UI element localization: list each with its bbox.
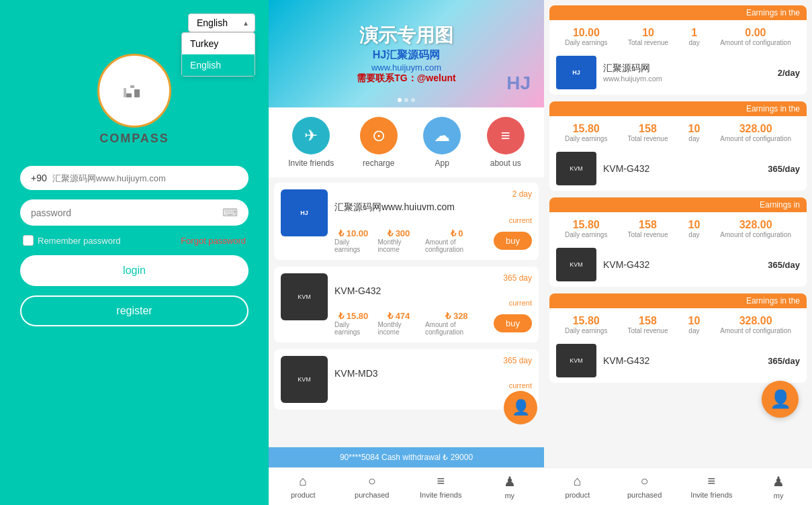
- buy-button-1[interactable]: buy: [494, 232, 532, 250]
- r-stat-label-config-1: Amount of configuration: [720, 39, 791, 46]
- r-stat-config-4: 328.00 Amount of configuration: [720, 315, 791, 334]
- r-stat-days-1: 1 day: [689, 27, 700, 46]
- r-stats-row-2: 15.80 Daily earnings 158 Total revenue 1…: [549, 116, 807, 146]
- product-info-3: 365 day KVM-MD3 current: [334, 356, 532, 394]
- lang-dropdown-btn[interactable]: English: [188, 13, 255, 32]
- r-stat-label-total-1: Total revenue: [628, 39, 668, 46]
- r-stat-config-2: 328.00 Amount of configuration: [720, 123, 791, 142]
- app-icon: ☁: [423, 117, 461, 154]
- product-img-1: HJ: [281, 189, 328, 236]
- lang-selected: English: [197, 17, 228, 28]
- right-invite-icon: ≡: [708, 473, 716, 489]
- r-section-3: Earnings in 15.80 Daily earnings 158 Tot…: [549, 197, 807, 287]
- r-stat-label-days-1: day: [689, 39, 700, 46]
- r-stat-val-config-3: 328.00: [739, 219, 772, 231]
- right-my-icon: ♟: [772, 473, 784, 490]
- compass-icon: [121, 75, 148, 107]
- r-section-2: Earnings in the 15.80 Daily earnings 158…: [549, 101, 807, 191]
- r-stat-label-days-4: day: [688, 327, 699, 334]
- r-product-site-1: www.huijuym.com: [603, 75, 771, 83]
- about-label: about us: [490, 158, 521, 168]
- product-current-3: current: [334, 381, 532, 389]
- mid-nav-my[interactable]: ♟ my: [476, 468, 545, 505]
- r-product-name-4: KVM-G432: [603, 355, 761, 366]
- mid-product-icon: ⌂: [299, 473, 307, 489]
- r-section-header-3: Earnings in: [549, 197, 807, 212]
- right-nav-purchased[interactable]: ○ purchased: [611, 468, 678, 505]
- r-product-name-3: KVM-G432: [603, 259, 761, 270]
- r-stat-config-3: 328.00 Amount of configuration: [720, 219, 791, 238]
- phone-input[interactable]: [52, 173, 238, 183]
- r-product-img-1: HJ: [556, 56, 596, 89]
- r-product-days-3: 365/day: [768, 260, 800, 270]
- product-card-3: KVM 365 day KVM-MD3 current: [274, 349, 539, 410]
- r-product-row-4: KVM KVM-G432 365/day: [549, 338, 807, 383]
- buy-button-2[interactable]: buy: [494, 314, 532, 332]
- stat-label-daily-1: Daily earnings: [334, 238, 372, 253]
- banner-title: 演示专用图: [357, 23, 455, 48]
- dot-1: [398, 98, 402, 102]
- r-product-row-1: HJ 汇聚源码网 www.huijuym.com 2/day: [549, 50, 807, 95]
- password-input[interactable]: [31, 208, 217, 218]
- banner-sub2: www.huijuym.com: [357, 62, 455, 73]
- register-button[interactable]: register: [20, 295, 249, 326]
- r-stat-total-3: 158 Total revenue: [627, 219, 668, 238]
- lang-dropdown-menu: Turkey English: [181, 32, 255, 77]
- stat-label-daily-2: Daily earnings: [334, 321, 372, 336]
- support-avatar[interactable]: 👤: [504, 391, 537, 424]
- menu-item-invite[interactable]: ✈ Invite friends: [288, 117, 334, 168]
- right-my-label: my: [774, 492, 784, 500]
- mid-my-icon: ♟: [504, 473, 516, 490]
- product-name-3: KVM-MD3: [334, 368, 532, 379]
- product-name-1: 汇聚源码网www.huiuvm.com: [334, 201, 532, 214]
- r-stats-row-3: 15.80 Daily earnings 158 Total revenue 1…: [549, 212, 807, 242]
- r-stat-val-days-2: 10: [688, 123, 701, 135]
- product-days-1: 2 day: [334, 189, 532, 199]
- phone-prefix: +90: [31, 173, 47, 183]
- r-product-info-3: KVM-G432: [603, 259, 761, 270]
- stat-val-daily-2: ₺ 15.80: [339, 311, 368, 321]
- right-nav-my[interactable]: ♟ my: [745, 468, 812, 505]
- r-stat-label-days-3: day: [688, 231, 699, 238]
- forgot-password-link[interactable]: Forgot password: [181, 236, 246, 246]
- left-panel: English Turkey English COMPASS +90: [0, 0, 269, 505]
- notification-bar: 90****5084 Cash withdrawal ₺ 29000: [269, 447, 544, 467]
- r-section-header-2: Earnings in the: [549, 101, 807, 116]
- lang-option-turkey[interactable]: Turkey: [182, 33, 255, 54]
- menu-item-recharge[interactable]: ⊙ recharge: [360, 117, 398, 168]
- r-section-1: Earnings in the 10.00 Daily earnings 10 …: [549, 5, 807, 95]
- product-days-2: 365 day: [334, 273, 532, 283]
- r-stat-val-config-4: 328.00: [739, 315, 772, 327]
- mid-nav-purchased[interactable]: ○ purchased: [338, 468, 407, 505]
- product-name-2: KVM-G432: [334, 285, 532, 296]
- r-stat-label-daily-4: Daily earnings: [565, 327, 607, 334]
- menu-item-app[interactable]: ☁ App: [423, 117, 461, 168]
- r-product-info-1: 汇聚源码网 www.huijuym.com: [603, 62, 771, 83]
- right-support-avatar[interactable]: 👤: [762, 381, 799, 418]
- remember-checkbox[interactable]: [23, 235, 34, 246]
- svg-rect-2: [130, 85, 134, 88]
- menu-item-about[interactable]: ≡ about us: [487, 117, 525, 168]
- r-stat-config-1: 0.00 Amount of configuration: [720, 27, 791, 46]
- right-nav-product[interactable]: ⌂ product: [544, 468, 611, 505]
- r-stat-val-config-2: 328.00: [739, 123, 772, 135]
- invite-icon: ✈: [292, 117, 330, 154]
- form-area: +90 ⌨ Remember password Forgot password …: [20, 166, 249, 326]
- product-days-3: 365 day: [334, 356, 532, 365]
- right-purchased-label: purchased: [627, 491, 662, 499]
- r-stat-label-daily-1: Daily earnings: [565, 39, 607, 46]
- lang-option-english[interactable]: English: [182, 54, 255, 76]
- remember-row: Remember password: [23, 235, 121, 246]
- r-product-info-2: KVM-G432: [603, 163, 761, 174]
- mid-nav-product[interactable]: ⌂ product: [269, 468, 338, 505]
- stat-val-daily-1: ₺ 10.00: [339, 228, 368, 238]
- r-stat-daily-2: 15.80 Daily earnings: [565, 123, 607, 142]
- mid-nav-invite[interactable]: ≡ Invite friends: [406, 468, 476, 505]
- right-nav-invite[interactable]: ≡ Invite friends: [678, 468, 746, 505]
- product-card-2: KVM 365 day KVM-G432 current ₺ 15.80 Dai…: [274, 267, 539, 342]
- stat-val-monthly-1: ₺ 300: [388, 228, 410, 238]
- login-button[interactable]: login: [20, 255, 249, 286]
- lang-dropdown[interactable]: English Turkey English: [188, 13, 255, 32]
- about-icon: ≡: [487, 117, 525, 154]
- svg-rect-3: [124, 88, 126, 97]
